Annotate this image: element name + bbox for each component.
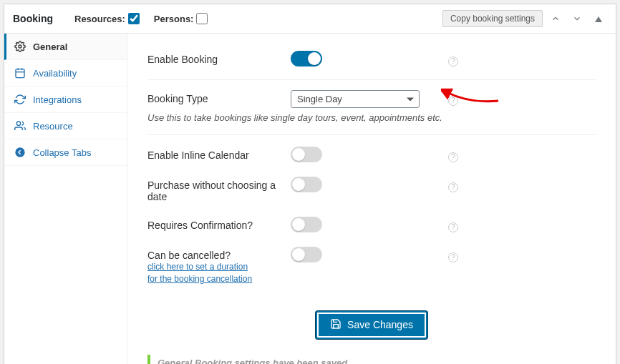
sidebar-item-collapse[interactable]: Collapse Tabs (4, 139, 127, 166)
settings-saved-notice: General Booking settings have been saved… (147, 355, 596, 364)
sidebar-item-resource[interactable]: Resource (4, 113, 127, 139)
save-button[interactable]: Save Changes (316, 311, 427, 339)
persons-label: Persons: (154, 14, 194, 24)
collapse-icon[interactable] (590, 10, 607, 27)
inline-calendar-toggle[interactable] (291, 147, 322, 162)
main-content: Enable Booking ? Booking Type Single Day… (127, 34, 616, 364)
sidebar-item-label: Collapse Tabs (33, 147, 91, 158)
enable-booking-toggle[interactable] (291, 51, 322, 67)
save-button-label: Save Changes (347, 319, 413, 330)
can-cancel-label: Can be cancelled? (147, 250, 291, 261)
refresh-icon (14, 94, 26, 105)
cancel-duration-link2[interactable]: for the booking cancellation (147, 273, 291, 285)
row-inline-calendar: Enable Inline Calendar ? (147, 139, 596, 169)
copy-settings-button[interactable]: Copy booking settings (442, 10, 543, 27)
help-icon[interactable]: ? (448, 56, 458, 67)
svg-point-7 (15, 147, 24, 157)
header-checks: Resources: Persons: (74, 13, 442, 24)
calendar-icon (14, 67, 26, 79)
panel-header: Booking Resources: Persons: Copy booking… (4, 4, 616, 34)
purchase-without-date-toggle[interactable] (291, 177, 322, 192)
panel-body: General Availability Integrations (4, 34, 616, 364)
sidebar-item-label: Integrations (33, 94, 82, 105)
help-icon[interactable]: ? (448, 182, 458, 192)
help-icon[interactable]: ? (448, 152, 458, 162)
svg-point-6 (16, 122, 20, 125)
panel-title: Booking (13, 13, 53, 24)
sidebar-item-label: General (33, 41, 67, 52)
row-enable-booking: Enable Booking ? (147, 44, 596, 80)
requires-confirmation-toggle[interactable] (291, 217, 322, 232)
inline-calendar-label: Enable Inline Calendar (147, 147, 291, 161)
sidebar-item-general[interactable]: General (4, 34, 127, 60)
svg-rect-2 (16, 69, 24, 78)
can-cancel-label-wrap: Can be cancelled? click here to set a du… (147, 247, 291, 285)
gear-icon (14, 41, 26, 52)
move-down-icon[interactable] (568, 10, 586, 27)
cancel-duration-link[interactable]: click here to set a duration (147, 261, 291, 273)
purchase-without-date-label: Purchase without choosing a date (147, 177, 291, 202)
resources-label: Resources: (74, 14, 125, 24)
notice-text: General Booking settings have been saved… (158, 358, 350, 364)
help-icon[interactable]: ? (448, 252, 458, 262)
arrow-left-icon (14, 147, 26, 158)
booking-type-select-wrap: Single Day (291, 90, 420, 108)
help-icon[interactable]: ? (448, 222, 458, 232)
header-actions: Copy booking settings (442, 10, 607, 27)
help-icon[interactable]: ? (448, 96, 458, 106)
persons-checkbox[interactable] (196, 13, 208, 24)
persons-check-wrap[interactable]: Persons: (154, 13, 208, 24)
save-icon (330, 318, 342, 332)
save-wrap: Save Changes (147, 311, 596, 339)
row-requires-confirmation: Requires Confirmation? ? (147, 210, 596, 240)
booking-type-select[interactable]: Single Day (291, 90, 420, 108)
sidebar: General Availability Integrations (4, 34, 127, 364)
sidebar-item-integrations[interactable]: Integrations (4, 87, 127, 113)
sidebar-item-availability[interactable]: Availability (4, 60, 127, 87)
enable-booking-label: Enable Booking (147, 51, 291, 65)
row-purchase-without-date: Purchase without choosing a date ? (147, 169, 596, 210)
booking-type-label: Booking Type (147, 90, 291, 104)
sidebar-item-label: Availability (33, 68, 77, 79)
booking-type-hint: Use this to take bookings like single da… (147, 112, 596, 135)
people-icon (14, 120, 26, 132)
row-booking-type: Booking Type Single Day ? (147, 83, 596, 112)
move-up-icon[interactable] (547, 10, 564, 27)
resources-check-wrap[interactable]: Resources: (74, 13, 140, 24)
sidebar-item-label: Resource (33, 121, 73, 132)
resources-checkbox[interactable] (128, 13, 140, 24)
svg-marker-0 (595, 16, 602, 22)
can-cancel-toggle[interactable] (291, 247, 322, 262)
booking-panel: Booking Resources: Persons: Copy booking… (4, 4, 616, 364)
svg-point-1 (19, 45, 21, 48)
requires-confirmation-label: Requires Confirmation? (147, 217, 291, 231)
row-can-cancel: Can be cancelled? click here to set a du… (147, 240, 596, 292)
